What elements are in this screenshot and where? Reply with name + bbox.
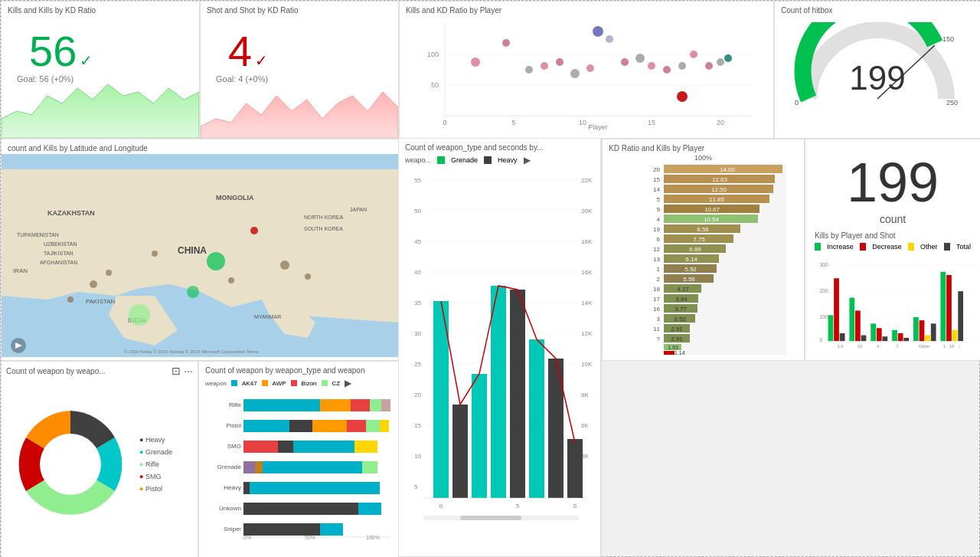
total-legend-icon [944, 243, 950, 251]
donut-header: Count of weapon by weapo... ⊡ ··· [2, 362, 198, 380]
donut-title: Count of weapon by weapo... [6, 367, 106, 375]
svg-text:TAJIKISTAN: TAJIKISTAN [44, 251, 74, 256]
svg-point-23 [663, 66, 671, 74]
svg-text:13: 13 [653, 256, 660, 263]
svg-rect-182 [913, 317, 919, 341]
svg-rect-187 [946, 275, 952, 341]
svg-point-13 [502, 39, 510, 47]
bizon-label: Bizon [302, 380, 317, 387]
kd-percent-label: 100% [603, 154, 804, 162]
kills-shot-title: Kills by Player and Shot [815, 231, 896, 240]
svg-rect-270 [529, 339, 544, 498]
svg-text:SMG: SMG [227, 443, 241, 450]
svg-text:5: 5 [516, 503, 520, 509]
ak47-label: AK47 [242, 380, 257, 387]
svg-point-22 [648, 62, 655, 70]
svg-text:Heavy: Heavy [224, 484, 241, 491]
svg-text:10.54: 10.54 [704, 216, 720, 223]
svg-point-53 [187, 286, 199, 298]
svg-text:16: 16 [653, 306, 660, 313]
svg-text:Sniper: Sniper [224, 526, 241, 532]
weapon-legend-arrow[interactable]: ▶ [345, 378, 351, 388]
svg-rect-206 [243, 399, 320, 411]
svg-text:200: 200 [820, 288, 829, 293]
svg-rect-220 [354, 441, 377, 453]
svg-text:45: 45 [414, 238, 421, 245]
svg-text:250: 250 [946, 99, 958, 106]
svg-text:4: 4 [657, 216, 661, 223]
svg-rect-215 [366, 420, 380, 432]
svg-rect-179 [892, 330, 897, 341]
count-199-display: 199 count [805, 139, 980, 225]
svg-point-17 [570, 69, 580, 78]
svg-text:3: 3 [657, 316, 661, 323]
svg-point-18 [586, 64, 594, 72]
svg-rect-159 [664, 351, 675, 355]
svg-point-59 [305, 274, 311, 280]
svg-point-24 [678, 62, 686, 70]
svg-text:18K: 18K [581, 238, 593, 245]
svg-text:12: 12 [653, 246, 660, 253]
svg-text:AFGHANISTAN: AFGHANISTAN [40, 260, 77, 265]
svg-text:10: 10 [579, 119, 586, 126]
heavy-icon2 [484, 156, 492, 164]
svg-text:30: 30 [414, 330, 421, 337]
svg-text:6.89: 6.89 [689, 246, 701, 253]
svg-text:150: 150 [942, 35, 954, 43]
expand-icon[interactable]: ⊡ [172, 365, 181, 377]
svg-text:0: 0 [443, 119, 446, 126]
svg-rect-173 [849, 298, 854, 342]
svg-point-25 [690, 51, 697, 58]
hitbox-title: Count of hitbox [775, 2, 980, 16]
svg-rect-211 [243, 420, 289, 432]
svg-text:1: 1 [657, 266, 661, 273]
weapon-label: weapon [205, 380, 227, 387]
svg-rect-219 [293, 441, 354, 453]
svg-rect-209 [370, 399, 381, 411]
count-199-label: count [805, 213, 980, 225]
svg-text:5.92: 5.92 [684, 266, 697, 273]
svg-text:9: 9 [657, 206, 661, 213]
hitbox-panel: Count of hitbox 150 0 250 199 [774, 1, 980, 139]
svg-text:12.63: 12.63 [712, 176, 728, 183]
other-legend-icon [908, 243, 914, 251]
svg-text:2.91: 2.91 [671, 326, 683, 333]
svg-text:1.14: 1.14 [675, 350, 685, 355]
svg-rect-228 [358, 503, 381, 515]
kills-kd-player-title: Kills and KD Ratio by Player [400, 2, 773, 16]
svg-text:3.52: 3.52 [674, 316, 686, 323]
svg-text:Unkown: Unkown [219, 505, 241, 512]
map-svg: KAZAKHSTAN MONGOLIA CHINA IRAN PAKISTAN … [2, 154, 399, 357]
donut-content: ● Heavy ● Grenade ● Rifle ● SMG ● Pistol [2, 380, 198, 549]
legend-rifle: ● Rifle [139, 458, 172, 470]
svg-text:5: 5 [511, 119, 515, 126]
svg-rect-178 [882, 336, 887, 341]
svg-point-27 [717, 58, 724, 66]
svg-text:11: 11 [653, 326, 660, 333]
kills-shot-legend-title: Kills by Player and Shot [805, 225, 980, 243]
svg-rect-278 [460, 516, 521, 520]
svg-point-55 [90, 280, 97, 288]
svg-rect-208 [351, 399, 370, 411]
svg-text:↓: ↓ [959, 344, 961, 349]
svg-text:3.77: 3.77 [675, 306, 687, 313]
more-icon[interactable]: ··· [184, 365, 193, 377]
svg-rect-186 [940, 272, 946, 341]
svg-text:0: 0 [795, 99, 799, 106]
svg-rect-214 [347, 420, 366, 432]
weapon-type-bar-panel: Count of weapon by weapon_type and weapo… [198, 361, 399, 557]
svg-text:10: 10 [858, 344, 863, 349]
svg-text:CHINA: CHINA [178, 245, 207, 256]
increase-legend-icon [815, 243, 821, 251]
svg-text:Rifle: Rifle [229, 401, 242, 408]
svg-text:19: 19 [653, 226, 660, 233]
svg-point-198 [40, 434, 101, 495]
svg-text:0: 0 [439, 503, 443, 509]
svg-text:Pistol: Pistol [226, 422, 241, 429]
svg-text:MONGOLIA: MONGOLIA [216, 194, 254, 202]
kd-kills-chart [2, 73, 199, 138]
arrow2[interactable]: ▶ [524, 155, 531, 165]
ak47-icon [231, 380, 237, 386]
svg-text:0: 0 [820, 337, 823, 342]
svg-rect-221 [243, 461, 255, 473]
